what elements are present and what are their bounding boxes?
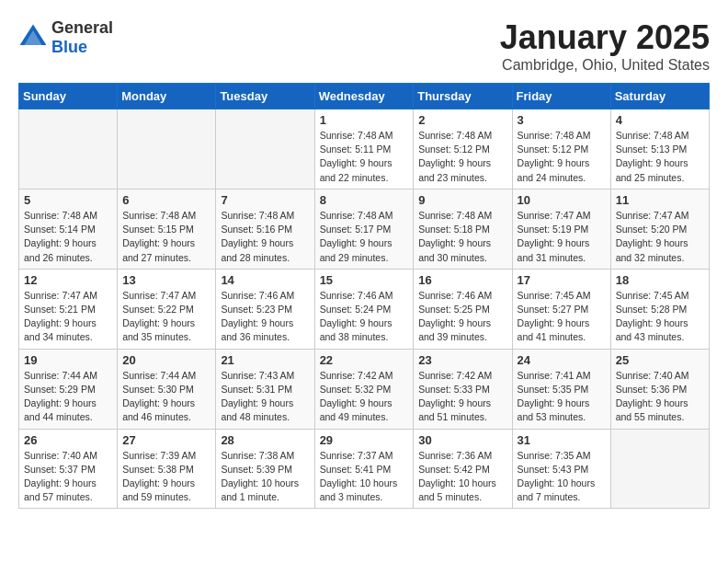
day-info: Sunrise: 7:45 AM Sunset: 5:28 PM Dayligh… [616, 289, 704, 345]
day-number: 14 [221, 273, 309, 287]
calendar-cell: 4Sunrise: 7:48 AM Sunset: 5:13 PM Daylig… [610, 109, 709, 190]
page-header: General Blue January 2025 Cambridge, Ohi… [18, 18, 710, 74]
calendar-cell [118, 109, 216, 190]
calendar-week-row: 26Sunrise: 7:40 AM Sunset: 5:37 PM Dayli… [19, 429, 710, 509]
calendar-cell: 9Sunrise: 7:48 AM Sunset: 5:18 PM Daylig… [414, 189, 512, 269]
calendar-cell: 26Sunrise: 7:40 AM Sunset: 5:37 PM Dayli… [19, 429, 118, 509]
calendar-cell: 30Sunrise: 7:36 AM Sunset: 5:42 PM Dayli… [414, 429, 512, 509]
day-info: Sunrise: 7:41 AM Sunset: 5:35 PM Dayligh… [518, 369, 606, 425]
calendar-week-row: 19Sunrise: 7:44 AM Sunset: 5:29 PM Dayli… [19, 349, 710, 429]
calendar-cell: 11Sunrise: 7:47 AM Sunset: 5:20 PM Dayli… [610, 189, 709, 269]
day-number: 24 [518, 353, 606, 367]
logo: General Blue [18, 18, 113, 57]
day-info: Sunrise: 7:40 AM Sunset: 5:36 PM Dayligh… [616, 369, 704, 425]
calendar-cell: 16Sunrise: 7:46 AM Sunset: 5:25 PM Dayli… [414, 269, 512, 349]
day-info: Sunrise: 7:48 AM Sunset: 5:14 PM Dayligh… [24, 209, 112, 265]
day-number: 23 [418, 353, 506, 367]
calendar-cell: 7Sunrise: 7:48 AM Sunset: 5:16 PM Daylig… [216, 189, 314, 269]
location-title: Cambridge, Ohio, United States [500, 57, 710, 74]
day-info: Sunrise: 7:47 AM Sunset: 5:22 PM Dayligh… [122, 289, 210, 345]
day-number: 3 [518, 113, 606, 127]
calendar-cell: 10Sunrise: 7:47 AM Sunset: 5:19 PM Dayli… [512, 189, 610, 269]
month-title: January 2025 [500, 18, 710, 57]
calendar-cell: 24Sunrise: 7:41 AM Sunset: 5:35 PM Dayli… [512, 349, 610, 429]
calendar-cell: 31Sunrise: 7:35 AM Sunset: 5:43 PM Dayli… [512, 429, 610, 509]
calendar-cell: 3Sunrise: 7:48 AM Sunset: 5:12 PM Daylig… [512, 109, 610, 190]
day-number: 31 [518, 433, 606, 447]
day-info: Sunrise: 7:47 AM Sunset: 5:21 PM Dayligh… [24, 289, 112, 345]
day-number: 5 [24, 193, 112, 207]
day-header-tuesday: Tuesday [216, 84, 314, 109]
day-number: 7 [221, 193, 309, 207]
calendar-cell: 14Sunrise: 7:46 AM Sunset: 5:23 PM Dayli… [216, 269, 314, 349]
day-info: Sunrise: 7:43 AM Sunset: 5:31 PM Dayligh… [221, 369, 309, 425]
calendar-cell [610, 429, 709, 509]
day-info: Sunrise: 7:48 AM Sunset: 5:16 PM Dayligh… [221, 209, 309, 265]
calendar-header-row: SundayMondayTuesdayWednesdayThursdayFrid… [19, 84, 710, 109]
day-info: Sunrise: 7:47 AM Sunset: 5:19 PM Dayligh… [518, 209, 606, 265]
day-number: 22 [320, 353, 409, 367]
calendar-cell: 20Sunrise: 7:44 AM Sunset: 5:30 PM Dayli… [118, 349, 216, 429]
day-info: Sunrise: 7:37 AM Sunset: 5:41 PM Dayligh… [320, 449, 409, 505]
day-info: Sunrise: 7:40 AM Sunset: 5:37 PM Dayligh… [24, 449, 112, 505]
calendar-cell: 18Sunrise: 7:45 AM Sunset: 5:28 PM Dayli… [610, 269, 709, 349]
day-header-saturday: Saturday [610, 84, 709, 109]
day-info: Sunrise: 7:46 AM Sunset: 5:25 PM Dayligh… [418, 289, 506, 345]
day-info: Sunrise: 7:42 AM Sunset: 5:32 PM Dayligh… [320, 369, 409, 425]
calendar-cell: 29Sunrise: 7:37 AM Sunset: 5:41 PM Dayli… [314, 429, 414, 509]
day-info: Sunrise: 7:45 AM Sunset: 5:27 PM Dayligh… [518, 289, 606, 345]
day-info: Sunrise: 7:48 AM Sunset: 5:13 PM Dayligh… [616, 129, 704, 185]
day-header-wednesday: Wednesday [314, 84, 414, 109]
day-info: Sunrise: 7:46 AM Sunset: 5:23 PM Dayligh… [221, 289, 309, 345]
calendar-cell: 6Sunrise: 7:48 AM Sunset: 5:15 PM Daylig… [118, 189, 216, 269]
day-number: 15 [320, 273, 409, 287]
calendar-cell: 12Sunrise: 7:47 AM Sunset: 5:21 PM Dayli… [19, 269, 118, 349]
calendar-cell: 17Sunrise: 7:45 AM Sunset: 5:27 PM Dayli… [512, 269, 610, 349]
day-number: 28 [221, 433, 309, 447]
day-header-friday: Friday [512, 84, 610, 109]
day-number: 1 [320, 113, 409, 127]
day-number: 26 [24, 433, 112, 447]
day-header-monday: Monday [118, 84, 216, 109]
day-number: 20 [122, 353, 210, 367]
calendar-week-row: 12Sunrise: 7:47 AM Sunset: 5:21 PM Dayli… [19, 269, 710, 349]
calendar-cell: 22Sunrise: 7:42 AM Sunset: 5:32 PM Dayli… [314, 349, 414, 429]
calendar-cell [216, 109, 314, 190]
calendar-cell: 27Sunrise: 7:39 AM Sunset: 5:38 PM Dayli… [118, 429, 216, 509]
logo-general: General [51, 18, 113, 37]
day-info: Sunrise: 7:44 AM Sunset: 5:30 PM Dayligh… [122, 369, 210, 425]
day-number: 8 [320, 193, 409, 207]
day-info: Sunrise: 7:48 AM Sunset: 5:11 PM Dayligh… [320, 129, 409, 185]
day-info: Sunrise: 7:44 AM Sunset: 5:29 PM Dayligh… [24, 369, 112, 425]
day-info: Sunrise: 7:48 AM Sunset: 5:17 PM Dayligh… [320, 209, 409, 265]
calendar-cell: 5Sunrise: 7:48 AM Sunset: 5:14 PM Daylig… [19, 189, 118, 269]
day-header-sunday: Sunday [19, 84, 118, 109]
calendar-cell: 8Sunrise: 7:48 AM Sunset: 5:17 PM Daylig… [314, 189, 414, 269]
logo-blue: Blue [51, 38, 87, 56]
calendar-cell: 23Sunrise: 7:42 AM Sunset: 5:33 PM Dayli… [414, 349, 512, 429]
calendar-cell: 19Sunrise: 7:44 AM Sunset: 5:29 PM Dayli… [19, 349, 118, 429]
day-info: Sunrise: 7:48 AM Sunset: 5:12 PM Dayligh… [418, 129, 506, 185]
day-info: Sunrise: 7:36 AM Sunset: 5:42 PM Dayligh… [418, 449, 506, 505]
calendar-week-row: 5Sunrise: 7:48 AM Sunset: 5:14 PM Daylig… [19, 189, 710, 269]
calendar-table: SundayMondayTuesdayWednesdayThursdayFrid… [18, 83, 710, 509]
day-info: Sunrise: 7:42 AM Sunset: 5:33 PM Dayligh… [418, 369, 506, 425]
calendar-cell: 2Sunrise: 7:48 AM Sunset: 5:12 PM Daylig… [414, 109, 512, 190]
day-number: 27 [122, 433, 210, 447]
day-number: 21 [221, 353, 309, 367]
day-number: 29 [320, 433, 409, 447]
day-number: 2 [418, 113, 506, 127]
day-info: Sunrise: 7:35 AM Sunset: 5:43 PM Dayligh… [518, 449, 606, 505]
day-number: 13 [122, 273, 210, 287]
day-header-thursday: Thursday [414, 84, 512, 109]
day-info: Sunrise: 7:48 AM Sunset: 5:15 PM Dayligh… [122, 209, 210, 265]
day-number: 6 [122, 193, 210, 207]
day-number: 17 [518, 273, 606, 287]
day-info: Sunrise: 7:48 AM Sunset: 5:18 PM Dayligh… [418, 209, 506, 265]
title-area: January 2025 Cambridge, Ohio, United Sta… [500, 18, 710, 74]
day-number: 19 [24, 353, 112, 367]
day-number: 10 [518, 193, 606, 207]
calendar-cell: 13Sunrise: 7:47 AM Sunset: 5:22 PM Dayli… [118, 269, 216, 349]
calendar-cell: 21Sunrise: 7:43 AM Sunset: 5:31 PM Dayli… [216, 349, 314, 429]
day-number: 16 [418, 273, 506, 287]
